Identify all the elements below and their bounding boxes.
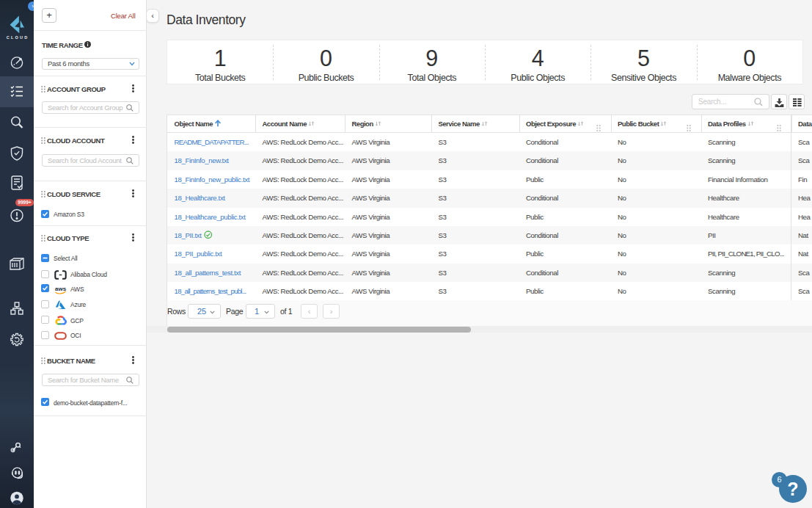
svg-text:aws: aws: [55, 286, 67, 292]
